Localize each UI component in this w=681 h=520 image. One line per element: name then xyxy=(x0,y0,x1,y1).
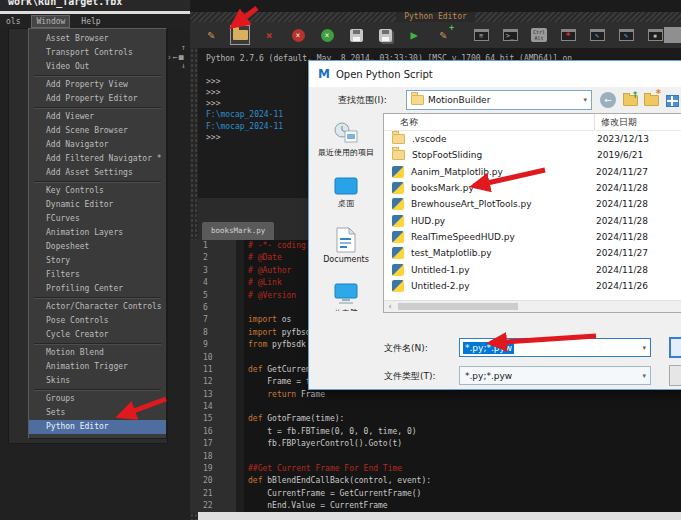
place-desktop[interactable]: 桌面 xyxy=(309,176,383,209)
desktop-icon xyxy=(333,176,359,196)
editor-options-icon[interactable]: ≡ xyxy=(472,26,490,44)
menu-item-actor-character-controls[interactable]: Actor/Character Controls xyxy=(29,300,166,314)
line-number: 17 xyxy=(190,438,236,450)
menu-item-dopesheet[interactable]: Dopesheet xyxy=(29,240,166,254)
menu-item-add-asset-settings[interactable]: Add Asset Settings xyxy=(29,166,166,180)
open-button[interactable] xyxy=(669,337,681,358)
menu-item-pose-controls[interactable]: Pose Controls xyxy=(29,314,166,328)
code-line: 21 CurrentFrame = GetCurrentFrame() xyxy=(190,488,681,500)
menu-item-sets[interactable]: Sets xyxy=(29,406,166,420)
file-type-select[interactable]: *.py;*.pyw ▾ xyxy=(459,366,651,385)
save-as-icon[interactable] xyxy=(376,26,394,44)
line-number: 14 xyxy=(190,401,236,413)
menu-item-asset-browser[interactable]: Asset Browser xyxy=(29,32,166,46)
menu-item-skins[interactable]: Skins xyxy=(29,374,166,388)
menu-item-profiling-center[interactable]: Profiling Center xyxy=(29,282,166,296)
python-file-icon xyxy=(392,198,404,210)
code-text: Frame = fb xyxy=(244,376,315,388)
menu-item-transport-controls[interactable]: Transport Controls xyxy=(29,46,166,60)
code-segment: def xyxy=(248,414,262,423)
menu-item-cycle-creator[interactable]: Cycle Creator xyxy=(29,328,166,342)
menu-item-python-editor[interactable]: Python Editor xyxy=(29,420,166,434)
menu-item-animation-trigger[interactable]: Animation Trigger xyxy=(29,360,166,374)
file-row-brewhouseart-plottools-py[interactable]: BrewhouseArt_PlotTools.py2024/11/28 xyxy=(384,196,681,212)
tab-booksmark[interactable]: booksMark.py xyxy=(202,222,274,240)
code-segment: bBlendEndCallBack(control, event): xyxy=(262,476,431,485)
menu-item-animation-layers[interactable]: Animation Layers xyxy=(29,226,166,240)
look-in-combobox[interactable]: MotionBuilder ▾ xyxy=(406,90,592,110)
file-row-aanim-matplotlib-py[interactable]: Aanim_Matplotlib.py2024/11/27 xyxy=(384,164,681,180)
menu-item-add-property-view[interactable]: Add Property View xyxy=(29,78,166,92)
file-row-vscode[interactable]: .vscode2023/12/13 xyxy=(384,131,681,147)
open-script-icon-glyph xyxy=(233,30,248,40)
places-sidebar: 最近使用的项目 桌面 Documents xyxy=(309,115,383,311)
run-script-icon-glyph: ▶ xyxy=(410,28,417,42)
file-row-stopfootsliding[interactable]: StopFootSliding2019/6/21 xyxy=(384,147,681,163)
column-date[interactable]: 修改日期 xyxy=(594,114,637,130)
menu-tools[interactable]: ols xyxy=(2,16,24,27)
edit-window-alt-icon[interactable]: ✎ xyxy=(617,26,635,44)
menu-item-groups[interactable]: Groups xyxy=(29,392,166,406)
shortcut-keys-icon[interactable]: Ctrl Alt xyxy=(530,26,548,44)
file-row-booksmark-py[interactable]: booksMark.py2024/11/28 xyxy=(384,180,681,196)
code-segment: CurrentFrame = GetCurrentFrame() xyxy=(248,489,421,498)
save-icon[interactable] xyxy=(347,26,365,44)
file-name-input[interactable]: *.py;*.pyw ▾ xyxy=(459,338,651,357)
menu-item-motion-blend[interactable]: Motion Blend xyxy=(29,346,166,360)
menu-item-add-filtered-navigator[interactable]: Add Filtered Navigator * xyxy=(29,152,166,166)
up-one-level-button[interactable]: ↑ xyxy=(621,92,639,109)
close-script-icon[interactable]: × xyxy=(260,26,278,44)
place-recent-items[interactable]: 最近使用的项目 xyxy=(309,121,383,158)
cancel-button[interactable] xyxy=(669,365,681,386)
filelist-hscrollbar[interactable]: ‹ xyxy=(384,300,681,312)
file-row-untitled-1-py[interactable]: Untitled-1.py2024/11/28 xyxy=(384,261,681,277)
scroll-left-icon[interactable]: ‹ xyxy=(384,302,396,311)
place-documents[interactable]: Documents xyxy=(309,227,383,264)
code-segment: fb.FBPlayerControl().Goto(t) xyxy=(248,439,402,448)
clear-output-icon[interactable]: × xyxy=(318,26,336,44)
code-text: from pyfbsdk xyxy=(244,339,306,351)
menu-item-dynamic-editor[interactable]: Dynamic Editor xyxy=(29,198,166,212)
place-this-pc[interactable]: 此电脑 xyxy=(309,282,383,311)
close-all-scripts-icon[interactable]: × xyxy=(289,26,307,44)
menu-window[interactable]: Window xyxy=(32,16,69,27)
menu-item-fcurves[interactable]: FCurves xyxy=(29,212,166,226)
menu-item-add-viewer[interactable]: Add Viewer xyxy=(29,110,166,124)
console-window-icon[interactable]: >_ xyxy=(501,26,519,44)
menu-item-add-scene-browser[interactable]: Add Scene Browser xyxy=(29,124,166,138)
new-folder-button[interactable]: * xyxy=(642,92,660,109)
file-name: booksMark.py xyxy=(411,183,589,193)
up-arrow-icon[interactable]: ↑ xyxy=(181,43,186,52)
fold-gutter xyxy=(236,327,244,339)
code-segment: def xyxy=(248,365,262,374)
menu-help[interactable]: Help xyxy=(77,16,104,27)
menu-item-video-out[interactable]: Video Out xyxy=(29,60,166,74)
file-row-hud-py[interactable]: HUD.py2024/11/28 xyxy=(384,212,681,228)
file-row-untitled-2-py[interactable]: Untitled-2.py2024/11/26 xyxy=(384,278,681,294)
new-folder-star-icon: * xyxy=(656,88,661,99)
edit-window-icon[interactable]: ✎ xyxy=(588,26,606,44)
code-line: 14 xyxy=(190,401,681,413)
back-button[interactable]: ← xyxy=(600,92,616,108)
file-row-test-matplotlib-py[interactable]: test_Matplotlib.py2024/11/27 xyxy=(384,245,681,261)
open-script-icon[interactable] xyxy=(231,26,249,44)
search-window-icon[interactable]: ▪ xyxy=(646,26,664,44)
debug-window-icon[interactable]: * xyxy=(559,26,577,44)
menu-item-key-controls[interactable]: Key Controls xyxy=(29,184,166,198)
fold-gutter xyxy=(236,463,244,475)
new-script-icon[interactable]: ✎ xyxy=(202,26,220,44)
menu-item-add-property-editor[interactable]: Add Property Editor xyxy=(29,92,166,106)
code-text xyxy=(244,451,248,463)
menu-item-story[interactable]: Story xyxy=(29,254,166,268)
column-name[interactable]: 名称 ^ xyxy=(384,116,594,129)
run-script-icon[interactable]: ▶ xyxy=(405,26,423,44)
menu-item-add-navigator[interactable]: Add Navigator xyxy=(29,138,166,152)
line-number: 3 xyxy=(190,265,236,277)
panel-title: Python Editor xyxy=(396,12,475,22)
view-menu-button[interactable]: ▾ xyxy=(663,92,681,109)
file-row-realtimespeedhud-py[interactable]: RealTimeSpeedHUD.py2024/11/28 xyxy=(384,229,681,245)
menu-item-filters[interactable]: Filters xyxy=(29,268,166,282)
run-selection-icon[interactable]: ✎ xyxy=(434,26,452,44)
editor-hscrollbar[interactable] xyxy=(198,512,681,520)
down-arrow-icon[interactable]: ↓ xyxy=(181,61,186,70)
